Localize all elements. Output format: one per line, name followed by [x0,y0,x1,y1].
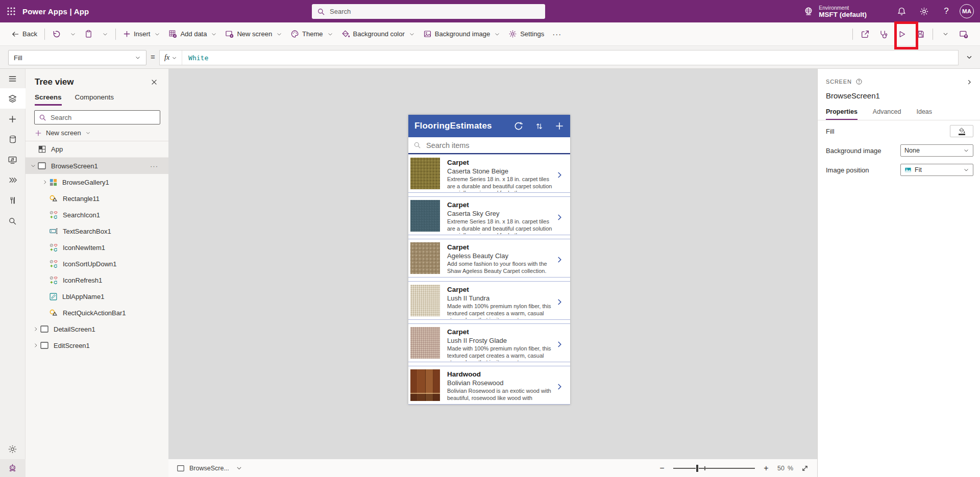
tree-item-iconnewitem1[interactable]: IconNewItem1 [26,239,168,256]
rail-advanced-tools-button[interactable] [0,190,26,211]
help-circle-icon[interactable] [855,78,863,85]
tree-item-textsearchbox1[interactable]: TextSearchBox1 [26,223,168,239]
share-button[interactable] [856,26,874,43]
background-image-dropdown[interactable]: None [900,144,973,157]
notifications-button[interactable] [890,0,913,22]
tab-properties[interactable]: Properties [826,108,857,120]
avatar[interactable]: MA [960,4,974,18]
preview-play-button[interactable] [893,26,911,43]
environment-picker[interactable]: Environment MSFT (default) [803,5,867,18]
gear-icon [508,30,517,38]
fit-to-window-button[interactable] [801,464,809,472]
chevron-right-icon[interactable] [32,342,40,348]
rail-virtual-agent-button[interactable] [0,459,26,477]
screen-selector-dropdown[interactable]: BrowseScre... [177,464,242,472]
tab-components[interactable]: Components [75,93,114,106]
paste-menu-chevron[interactable] [97,26,112,42]
item-chevron-right-icon[interactable] [555,158,567,192]
settings-button[interactable] [913,0,935,22]
tree-view-close-button[interactable] [148,76,160,88]
zoom-slider[interactable] [673,465,755,472]
tree-item-overflow-button[interactable]: ··· [150,162,158,170]
rail-power-automate-button[interactable] [0,170,26,190]
formula-bar-expand-chevron[interactable] [963,51,976,63]
tree-search-input[interactable]: Search [34,110,160,124]
tree-item-rectquickactionbar1[interactable]: RectQuickActionBar1 [26,305,168,321]
phone-search-input[interactable]: Search items [408,137,570,154]
background-image-menu[interactable]: Background image [419,26,504,42]
chevron-down-icon [963,147,969,154]
gallery-item[interactable]: Carpet Caserta Stone Beige Extreme Serie… [408,154,570,193]
toolbar-overflow-button[interactable]: ··· [548,30,566,38]
tree-item-app[interactable]: App [26,141,168,158]
plus-icon [8,115,17,123]
rail-insert-button[interactable] [0,109,26,129]
new-screen-button[interactable]: New screen [26,124,168,141]
item-chevron-right-icon[interactable] [555,200,567,235]
background-color-menu[interactable]: Background color [337,26,419,42]
formula-input[interactable]: fx White [159,50,959,65]
left-navigation-rail [0,69,26,477]
gallery-item[interactable]: Carpet Lush II Frosty Glade Made with 10… [408,323,570,362]
add-item-plus-icon[interactable] [555,121,564,131]
tab-advanced[interactable]: Advanced [873,108,901,120]
gallery-item[interactable]: Carpet Lush II Tundra Made with 100% pre… [408,281,570,320]
item-chevron-right-icon[interactable] [555,285,567,319]
refresh-icon[interactable] [513,121,524,131]
chevron-down-icon[interactable] [29,163,37,169]
zoom-out-button[interactable]: − [658,464,666,473]
gallery-item[interactable]: Hardwood Bolivian Rosewood Bolivian Rose… [408,366,570,405]
tree-item-searchicon1[interactable]: SearchIcon1 [26,207,168,223]
save-menu-chevron[interactable] [936,26,954,43]
gallery-item[interactable]: Carpet Ageless Beauty Clay Add some fash… [408,239,570,278]
rail-data-button[interactable] [0,129,26,149]
tree-item-lblappname1[interactable]: LblAppName1 [26,288,168,305]
chevron-right-icon[interactable] [41,179,49,185]
add-data-menu[interactable]: Add data [164,26,221,42]
tree-item-rectangle11[interactable]: Rectangle11 [26,190,168,207]
item-chevron-right-icon[interactable] [555,369,567,404]
rail-collapse-button[interactable] [0,69,26,88]
tree-item-iconrefresh1[interactable]: IconRefresh1 [26,272,168,288]
new-screen-menu[interactable]: New screen [221,26,286,42]
insert-menu[interactable]: Insert [119,26,165,42]
property-selector[interactable]: Fill [8,50,146,65]
help-button[interactable]: ? [935,0,958,22]
undo-menu-chevron[interactable] [65,26,80,42]
image-position-dropdown[interactable]: Fit [900,164,973,176]
back-button[interactable]: Back [7,26,41,42]
settings-menu[interactable]: Settings [504,26,548,42]
item-chevron-right-icon[interactable] [555,242,567,277]
rail-tree-view-button[interactable] [0,88,26,109]
tab-ideas[interactable]: Ideas [916,108,932,120]
chevron-right-icon[interactable] [32,326,40,332]
item-category: Carpet [447,243,555,251]
save-button[interactable] [911,26,929,43]
theme-menu[interactable]: Theme [286,26,337,42]
tree-item-browsescreen1[interactable]: BrowseScreen1 ··· [26,158,168,174]
zoom-in-button[interactable]: + [763,464,770,473]
tab-screens[interactable]: Screens [35,93,62,106]
tree-item-iconsortupdown1[interactable]: IconSortUpDown1 [26,256,168,272]
paste-button[interactable] [80,26,97,42]
fill-color-picker-button[interactable] [950,125,973,137]
rail-media-button[interactable] [0,149,26,170]
gallery-item[interactable]: Carpet Caserta Sky Grey Extreme Series 1… [408,196,570,235]
rail-settings-button[interactable] [0,439,26,459]
phone-screen-preview[interactable]: FlooringEstimates Search items Carpet Ca… [408,115,570,405]
rail-search-button[interactable] [0,211,26,231]
item-name: Ageless Beauty Clay [447,252,555,260]
fx-menu-button[interactable]: fx [160,51,182,65]
sort-icon[interactable] [535,122,544,131]
publish-button[interactable] [954,26,973,43]
tree-item-detailscreen1[interactable]: DetailScreen1 [26,321,168,337]
item-chevron-right-icon[interactable] [555,327,567,362]
undo-button[interactable] [48,26,65,42]
tree-item-browsegallery1[interactable]: BrowseGallery1 [26,174,168,190]
app-checker-button[interactable] [874,26,893,43]
panel-collapse-chevron[interactable] [966,77,973,86]
global-search-input[interactable]: Search [312,4,545,19]
tree-item-editscreen1[interactable]: EditScreen1 [26,337,168,354]
zoom-slider-handle[interactable] [696,465,698,472]
app-launcher-waffle-icon[interactable] [0,0,22,22]
